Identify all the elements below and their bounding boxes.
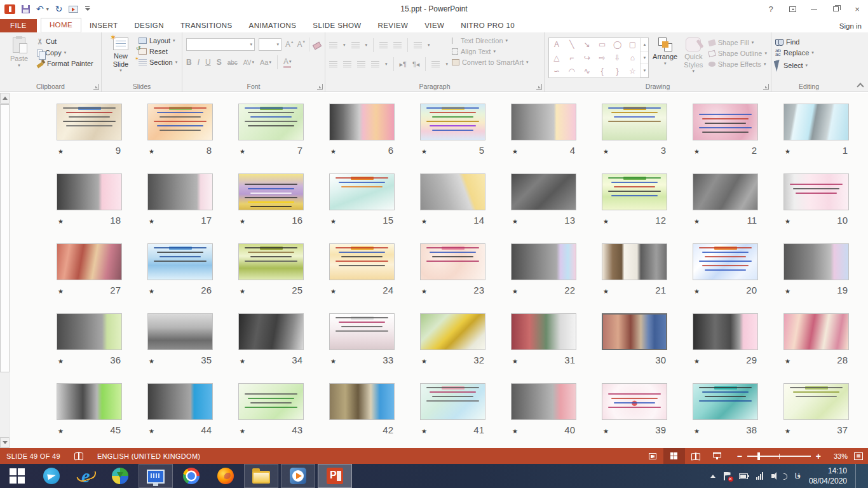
decrease-indent-icon[interactable] bbox=[379, 42, 388, 48]
tab-home[interactable]: HOME bbox=[41, 18, 81, 32]
taskbar-media-icon[interactable] bbox=[281, 464, 315, 488]
slide-thumbnail-3[interactable] bbox=[602, 104, 667, 140]
reset-button[interactable]: Reset bbox=[139, 48, 177, 55]
taskbar-firefox-icon[interactable] bbox=[208, 464, 243, 488]
tab-slide-show[interactable]: SLIDE SHOW bbox=[304, 19, 369, 32]
slide-thumbnail-4[interactable] bbox=[511, 104, 576, 140]
slide-thumbnail-13[interactable] bbox=[511, 173, 576, 210]
shapes-scroll-up[interactable]: ▲ bbox=[641, 38, 648, 51]
taskbar-chrome-icon[interactable] bbox=[174, 464, 208, 488]
shape-glyph-9[interactable]: ⇨ bbox=[599, 54, 606, 62]
font-color-button[interactable]: A▾ bbox=[283, 57, 292, 68]
taskbar-idm-icon[interactable] bbox=[103, 464, 137, 488]
slide-thumbnail-21[interactable] bbox=[602, 243, 667, 280]
restore-button[interactable] bbox=[825, 2, 846, 16]
slide-thumbnail-33[interactable] bbox=[329, 313, 395, 350]
line-spacing-icon[interactable] bbox=[414, 42, 422, 48]
volume-icon[interactable] bbox=[771, 472, 780, 480]
clear-formatting-icon[interactable] bbox=[313, 42, 322, 50]
taskbar-explorer-icon[interactable] bbox=[244, 464, 278, 488]
slide-thumbnail-37[interactable] bbox=[783, 383, 849, 420]
minimize-button[interactable] bbox=[803, 2, 825, 16]
numbering-icon[interactable] bbox=[351, 42, 360, 48]
slide-thumbnail-17[interactable] bbox=[147, 173, 213, 210]
slide-thumbnail-45[interactable] bbox=[57, 383, 122, 420]
character-spacing-button[interactable]: AV▾ bbox=[243, 59, 254, 66]
ribbon-display-options-button[interactable] bbox=[782, 2, 803, 16]
clock[interactable]: 14:10 08/04/2020 bbox=[809, 466, 847, 486]
tab-review[interactable]: REVIEW bbox=[370, 19, 417, 32]
shape-glyph-3[interactable]: ▭ bbox=[599, 41, 606, 48]
start-slideshow-icon[interactable] bbox=[69, 6, 78, 13]
reading-view-button[interactable] bbox=[685, 448, 707, 464]
close-button[interactable]: × bbox=[846, 2, 868, 16]
shape-glyph-5[interactable]: ▢ bbox=[629, 41, 636, 48]
italic-button[interactable]: I bbox=[198, 58, 200, 67]
slide-thumbnail-16[interactable] bbox=[238, 173, 304, 210]
shape-glyph-14[interactable]: ∿ bbox=[584, 67, 590, 75]
slide-thumbnail-35[interactable] bbox=[147, 313, 213, 350]
redo-icon[interactable]: ↻ bbox=[55, 4, 63, 13]
shape-effects-button[interactable]: Shape Effects▾ bbox=[709, 60, 767, 68]
slide-thumbnail-40[interactable] bbox=[511, 383, 576, 420]
increase-indent-icon[interactable] bbox=[393, 42, 402, 48]
zoom-in-button[interactable]: + bbox=[816, 451, 821, 461]
tab-animations[interactable]: ANIMATIONS bbox=[241, 19, 305, 32]
shape-fill-button[interactable]: Shape Fill▾ bbox=[709, 39, 767, 46]
shapes-scroll-down[interactable]: ▼ bbox=[641, 51, 648, 65]
font-name-combo[interactable]: ▾ bbox=[186, 38, 255, 51]
font-size-combo[interactable]: ▾ bbox=[259, 38, 281, 51]
taskbar-ie-icon[interactable]: e bbox=[69, 464, 103, 488]
taskbar-remote-icon[interactable] bbox=[139, 464, 173, 488]
shape-glyph-6[interactable]: △ bbox=[553, 54, 559, 62]
slide-thumbnail-6[interactable] bbox=[329, 104, 395, 140]
increase-font-size-button[interactable]: A▴ bbox=[285, 40, 294, 49]
fit-slide-to-window-button[interactable] bbox=[854, 452, 863, 460]
scrollbar-up-arrow[interactable] bbox=[0, 93, 10, 104]
slide-thumbnail-27[interactable] bbox=[57, 243, 122, 280]
text-direction-button[interactable]: Text Direction▾ bbox=[452, 37, 529, 44]
slide-thumbnail-10[interactable] bbox=[783, 173, 849, 210]
shape-glyph-17[interactable]: ☆ bbox=[629, 67, 636, 75]
slide-thumbnail-29[interactable] bbox=[693, 313, 758, 350]
font-dialog-launcher[interactable] bbox=[317, 84, 323, 90]
battery-icon[interactable] bbox=[739, 473, 748, 479]
slide-thumbnail-11[interactable] bbox=[693, 173, 758, 210]
shapes-more[interactable]: ▼ bbox=[641, 64, 648, 78]
layout-button[interactable]: Layout▾ bbox=[139, 37, 177, 44]
align-left-icon[interactable] bbox=[329, 61, 337, 67]
language-indicator[interactable]: ENGLISH (UNITED KINGDOM) bbox=[97, 452, 200, 460]
slide-thumbnail-20[interactable] bbox=[693, 243, 758, 280]
slide-thumbnail-2[interactable] bbox=[693, 104, 758, 140]
replace-button[interactable]: abacReplace▾ bbox=[775, 49, 814, 57]
copy-button[interactable]: Copy▾ bbox=[37, 49, 93, 57]
shape-glyph-8[interactable]: ↪ bbox=[584, 54, 590, 62]
slide-thumbnail-23[interactable] bbox=[420, 243, 485, 280]
action-center-flag-icon[interactable] bbox=[724, 472, 731, 480]
tab-view[interactable]: VIEW bbox=[416, 19, 452, 32]
slide-thumbnail-18[interactable] bbox=[57, 173, 122, 210]
taskbar-start-icon[interactable] bbox=[0, 464, 34, 488]
arrange-button[interactable]: Arrange ▾ bbox=[650, 35, 680, 81]
shape-glyph-1[interactable]: ╲ bbox=[569, 41, 574, 48]
text-shadow-button[interactable]: S bbox=[217, 58, 222, 67]
normal-view-button[interactable] bbox=[642, 448, 663, 464]
shape-glyph-10[interactable]: ⇩ bbox=[614, 54, 621, 62]
tab-nitro-pro-10[interactable]: NITRO PRO 10 bbox=[452, 19, 523, 32]
shape-glyph-12[interactable]: ∽ bbox=[553, 67, 560, 75]
slide-thumbnail-26[interactable] bbox=[147, 243, 213, 280]
align-right-icon[interactable] bbox=[357, 61, 365, 67]
undo-icon[interactable]: ↶ bbox=[36, 4, 44, 13]
scrollbar-thumb[interactable] bbox=[0, 104, 10, 372]
clipboard-dialog-launcher[interactable] bbox=[93, 84, 99, 90]
section-button[interactable]: Section▾ bbox=[139, 58, 177, 66]
slide-thumbnail-19[interactable] bbox=[783, 243, 849, 280]
justify-icon[interactable] bbox=[371, 61, 379, 67]
slide-thumbnail-12[interactable] bbox=[602, 173, 667, 210]
vertical-scrollbar[interactable] bbox=[0, 93, 10, 448]
scrollbar-down-arrow[interactable] bbox=[0, 437, 10, 448]
slide-thumbnail-41[interactable] bbox=[420, 383, 485, 420]
shape-glyph-2[interactable]: ↘ bbox=[584, 41, 590, 48]
tab-insert[interactable]: INSERT bbox=[81, 19, 126, 32]
drawing-dialog-launcher[interactable] bbox=[763, 84, 769, 90]
